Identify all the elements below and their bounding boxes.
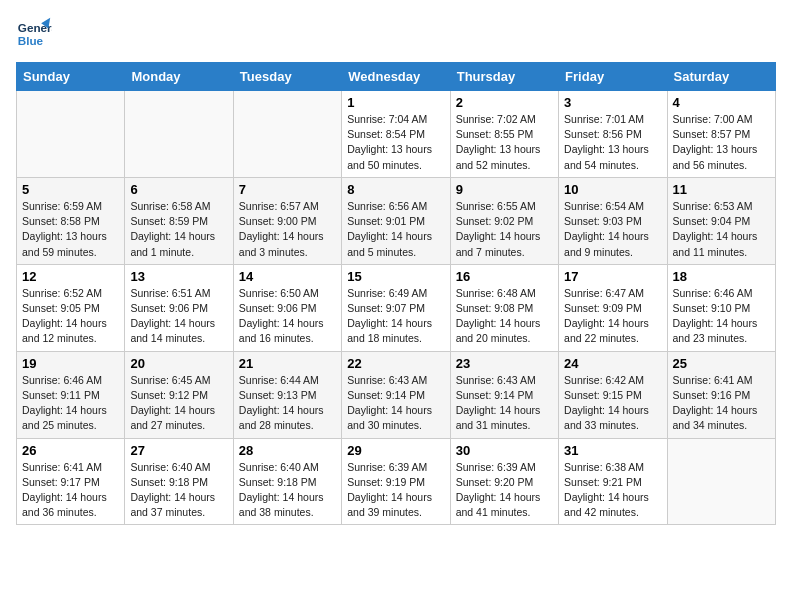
day-info: Sunrise: 6:39 AM Sunset: 9:20 PM Dayligh… — [456, 460, 553, 521]
weekday-header-thursday: Thursday — [450, 63, 558, 91]
calendar-cell: 11Sunrise: 6:53 AM Sunset: 9:04 PM Dayli… — [667, 177, 775, 264]
day-number: 23 — [456, 356, 553, 371]
calendar-cell: 26Sunrise: 6:41 AM Sunset: 9:17 PM Dayli… — [17, 438, 125, 525]
calendar-cell: 21Sunrise: 6:44 AM Sunset: 9:13 PM Dayli… — [233, 351, 341, 438]
day-number: 25 — [673, 356, 770, 371]
calendar-header-row: SundayMondayTuesdayWednesdayThursdayFrid… — [17, 63, 776, 91]
calendar-cell: 5Sunrise: 6:59 AM Sunset: 8:58 PM Daylig… — [17, 177, 125, 264]
day-info: Sunrise: 6:44 AM Sunset: 9:13 PM Dayligh… — [239, 373, 336, 434]
day-info: Sunrise: 6:46 AM Sunset: 9:11 PM Dayligh… — [22, 373, 119, 434]
day-number: 9 — [456, 182, 553, 197]
weekday-header-sunday: Sunday — [17, 63, 125, 91]
calendar-week-2: 5Sunrise: 6:59 AM Sunset: 8:58 PM Daylig… — [17, 177, 776, 264]
calendar-cell: 4Sunrise: 7:00 AM Sunset: 8:57 PM Daylig… — [667, 91, 775, 178]
calendar-cell: 2Sunrise: 7:02 AM Sunset: 8:55 PM Daylig… — [450, 91, 558, 178]
calendar-cell — [233, 91, 341, 178]
calendar-cell — [17, 91, 125, 178]
day-info: Sunrise: 7:01 AM Sunset: 8:56 PM Dayligh… — [564, 112, 661, 173]
svg-text:Blue: Blue — [18, 34, 44, 47]
calendar-cell: 28Sunrise: 6:40 AM Sunset: 9:18 PM Dayli… — [233, 438, 341, 525]
day-info: Sunrise: 6:57 AM Sunset: 9:00 PM Dayligh… — [239, 199, 336, 260]
calendar-cell: 15Sunrise: 6:49 AM Sunset: 9:07 PM Dayli… — [342, 264, 450, 351]
day-number: 18 — [673, 269, 770, 284]
day-info: Sunrise: 6:45 AM Sunset: 9:12 PM Dayligh… — [130, 373, 227, 434]
day-info: Sunrise: 6:59 AM Sunset: 8:58 PM Dayligh… — [22, 199, 119, 260]
day-number: 20 — [130, 356, 227, 371]
calendar-cell: 16Sunrise: 6:48 AM Sunset: 9:08 PM Dayli… — [450, 264, 558, 351]
day-info: Sunrise: 6:43 AM Sunset: 9:14 PM Dayligh… — [347, 373, 444, 434]
day-info: Sunrise: 6:54 AM Sunset: 9:03 PM Dayligh… — [564, 199, 661, 260]
page-header: General Blue — [16, 16, 776, 52]
calendar-cell: 17Sunrise: 6:47 AM Sunset: 9:09 PM Dayli… — [559, 264, 667, 351]
day-info: Sunrise: 6:52 AM Sunset: 9:05 PM Dayligh… — [22, 286, 119, 347]
calendar-cell: 25Sunrise: 6:41 AM Sunset: 9:16 PM Dayli… — [667, 351, 775, 438]
calendar-cell: 20Sunrise: 6:45 AM Sunset: 9:12 PM Dayli… — [125, 351, 233, 438]
calendar-week-4: 19Sunrise: 6:46 AM Sunset: 9:11 PM Dayli… — [17, 351, 776, 438]
day-number: 14 — [239, 269, 336, 284]
day-number: 30 — [456, 443, 553, 458]
day-number: 12 — [22, 269, 119, 284]
calendar-cell: 8Sunrise: 6:56 AM Sunset: 9:01 PM Daylig… — [342, 177, 450, 264]
day-info: Sunrise: 6:38 AM Sunset: 9:21 PM Dayligh… — [564, 460, 661, 521]
day-number: 5 — [22, 182, 119, 197]
calendar-cell — [667, 438, 775, 525]
day-number: 10 — [564, 182, 661, 197]
day-number: 29 — [347, 443, 444, 458]
calendar-cell: 31Sunrise: 6:38 AM Sunset: 9:21 PM Dayli… — [559, 438, 667, 525]
calendar-cell: 6Sunrise: 6:58 AM Sunset: 8:59 PM Daylig… — [125, 177, 233, 264]
day-info: Sunrise: 6:58 AM Sunset: 8:59 PM Dayligh… — [130, 199, 227, 260]
day-number: 4 — [673, 95, 770, 110]
day-number: 6 — [130, 182, 227, 197]
day-number: 1 — [347, 95, 444, 110]
calendar-cell: 3Sunrise: 7:01 AM Sunset: 8:56 PM Daylig… — [559, 91, 667, 178]
calendar-cell: 7Sunrise: 6:57 AM Sunset: 9:00 PM Daylig… — [233, 177, 341, 264]
day-number: 28 — [239, 443, 336, 458]
weekday-header-tuesday: Tuesday — [233, 63, 341, 91]
day-number: 31 — [564, 443, 661, 458]
calendar-cell: 23Sunrise: 6:43 AM Sunset: 9:14 PM Dayli… — [450, 351, 558, 438]
day-number: 8 — [347, 182, 444, 197]
calendar-cell: 9Sunrise: 6:55 AM Sunset: 9:02 PM Daylig… — [450, 177, 558, 264]
calendar-cell: 29Sunrise: 6:39 AM Sunset: 9:19 PM Dayli… — [342, 438, 450, 525]
day-info: Sunrise: 6:40 AM Sunset: 9:18 PM Dayligh… — [130, 460, 227, 521]
day-number: 26 — [22, 443, 119, 458]
calendar-cell: 30Sunrise: 6:39 AM Sunset: 9:20 PM Dayli… — [450, 438, 558, 525]
calendar-table: SundayMondayTuesdayWednesdayThursdayFrid… — [16, 62, 776, 525]
calendar-cell: 10Sunrise: 6:54 AM Sunset: 9:03 PM Dayli… — [559, 177, 667, 264]
logo-icon: General Blue — [16, 16, 52, 52]
day-info: Sunrise: 6:42 AM Sunset: 9:15 PM Dayligh… — [564, 373, 661, 434]
weekday-header-monday: Monday — [125, 63, 233, 91]
day-info: Sunrise: 6:46 AM Sunset: 9:10 PM Dayligh… — [673, 286, 770, 347]
calendar-week-5: 26Sunrise: 6:41 AM Sunset: 9:17 PM Dayli… — [17, 438, 776, 525]
calendar-cell: 19Sunrise: 6:46 AM Sunset: 9:11 PM Dayli… — [17, 351, 125, 438]
day-number: 2 — [456, 95, 553, 110]
weekday-header-friday: Friday — [559, 63, 667, 91]
day-number: 15 — [347, 269, 444, 284]
day-info: Sunrise: 6:50 AM Sunset: 9:06 PM Dayligh… — [239, 286, 336, 347]
day-info: Sunrise: 7:00 AM Sunset: 8:57 PM Dayligh… — [673, 112, 770, 173]
day-info: Sunrise: 6:51 AM Sunset: 9:06 PM Dayligh… — [130, 286, 227, 347]
day-info: Sunrise: 7:02 AM Sunset: 8:55 PM Dayligh… — [456, 112, 553, 173]
weekday-header-wednesday: Wednesday — [342, 63, 450, 91]
calendar-cell: 1Sunrise: 7:04 AM Sunset: 8:54 PM Daylig… — [342, 91, 450, 178]
day-number: 21 — [239, 356, 336, 371]
day-number: 17 — [564, 269, 661, 284]
day-number: 7 — [239, 182, 336, 197]
weekday-header-saturday: Saturday — [667, 63, 775, 91]
calendar-cell: 27Sunrise: 6:40 AM Sunset: 9:18 PM Dayli… — [125, 438, 233, 525]
day-info: Sunrise: 6:47 AM Sunset: 9:09 PM Dayligh… — [564, 286, 661, 347]
day-info: Sunrise: 6:55 AM Sunset: 9:02 PM Dayligh… — [456, 199, 553, 260]
day-number: 16 — [456, 269, 553, 284]
calendar-cell: 13Sunrise: 6:51 AM Sunset: 9:06 PM Dayli… — [125, 264, 233, 351]
day-number: 11 — [673, 182, 770, 197]
day-info: Sunrise: 7:04 AM Sunset: 8:54 PM Dayligh… — [347, 112, 444, 173]
day-number: 13 — [130, 269, 227, 284]
calendar-cell: 14Sunrise: 6:50 AM Sunset: 9:06 PM Dayli… — [233, 264, 341, 351]
day-number: 3 — [564, 95, 661, 110]
calendar-cell — [125, 91, 233, 178]
day-info: Sunrise: 6:41 AM Sunset: 9:16 PM Dayligh… — [673, 373, 770, 434]
day-info: Sunrise: 6:53 AM Sunset: 9:04 PM Dayligh… — [673, 199, 770, 260]
day-info: Sunrise: 6:56 AM Sunset: 9:01 PM Dayligh… — [347, 199, 444, 260]
day-info: Sunrise: 6:40 AM Sunset: 9:18 PM Dayligh… — [239, 460, 336, 521]
calendar-week-1: 1Sunrise: 7:04 AM Sunset: 8:54 PM Daylig… — [17, 91, 776, 178]
